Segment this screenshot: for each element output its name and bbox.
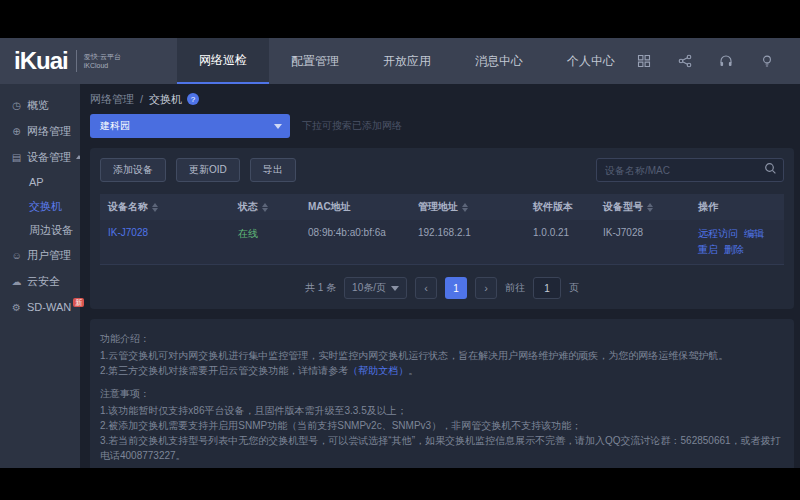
note-line-1: 1.该功能暂时仅支持x86平台设备，且固件版本需升级至3.3.5及以上； <box>100 403 784 418</box>
header-status[interactable]: 状态 <box>230 194 300 220</box>
share-nodes-icon[interactable] <box>678 54 692 68</box>
cell-actions: 远程访问 编辑 重启 删除 <box>690 220 784 264</box>
network-select-value: 建科园 <box>100 119 274 133</box>
goto-label: 前往 <box>505 281 525 295</box>
logo-divider <box>76 50 77 72</box>
delete-link[interactable]: 删除 <box>724 243 744 257</box>
header-device-model[interactable]: 设备型号 <box>595 194 690 220</box>
nav-tab-config-management[interactable]: 配置管理 <box>269 38 361 84</box>
notes-title: 注意事项： <box>100 386 784 401</box>
cell-device-model: IK-J7028 <box>595 220 690 264</box>
sidebar-item-cloud-security[interactable]: ☁ 云安全 <box>0 268 80 294</box>
feature-intro-title: 功能介绍： <box>100 331 784 346</box>
overview-clock-icon: ◷ <box>10 100 23 111</box>
header-mac: MAC地址 <box>300 194 410 220</box>
remote-access-link[interactable]: 远程访问 <box>698 227 738 241</box>
goto-page-input[interactable] <box>533 277 561 299</box>
cloud-security-icon: ☁ <box>10 276 23 287</box>
breadcrumb: 网络管理 / 交换机 ? <box>90 90 794 108</box>
help-doc-link[interactable]: （帮助文档） <box>348 365 408 376</box>
cell-mac: 08:9b:4b:a0:bf:6a <box>300 220 410 264</box>
edit-link[interactable]: 编辑 <box>744 227 764 241</box>
sort-icon[interactable] <box>462 203 468 212</box>
header-software-version: 软件版本 <box>525 194 595 220</box>
breadcrumb-parent[interactable]: 网络管理 <box>90 92 134 107</box>
breadcrumb-separator: / <box>140 93 143 105</box>
top-navbar: iKuai 爱快·云平台 iKCloud 网络巡检 配置管理 开放应用 消息中心… <box>0 38 800 84</box>
sidebar-item-sdwan[interactable]: ⚙ SD-WAN 新 <box>0 294 80 320</box>
sidebar-subitem-peripheral[interactable]: 周边设备 <box>0 218 80 242</box>
navbar-icon-group <box>637 38 800 84</box>
logo-subtitle: 爱快·云平台 iKCloud <box>84 52 121 70</box>
sidebar-item-label: 网络管理 <box>27 124 71 139</box>
logo-text: iKuai <box>14 47 68 75</box>
page-1-button[interactable]: 1 <box>445 277 467 299</box>
add-device-button[interactable]: 添加设备 <box>100 158 166 182</box>
chevron-down-icon <box>391 286 399 291</box>
user-icon: ☺ <box>10 250 23 261</box>
sidebar-subitem-switch[interactable]: 交换机 <box>0 194 80 218</box>
sidebar-item-label: 设备管理 <box>27 150 71 165</box>
headset-icon[interactable] <box>719 54 733 68</box>
header-device-name[interactable]: 设备名称 <box>100 194 230 220</box>
feature-line-1: 1.云管交换机可对内网交换机进行集中监控管理，实时监控内网交换机运行状态，旨在解… <box>100 348 784 363</box>
prev-page-button[interactable]: ‹ <box>415 277 437 299</box>
logo-subtitle-cn: 爱快·云平台 <box>84 52 121 61</box>
apps-grid-icon[interactable] <box>637 54 651 68</box>
page-unit-label: 页 <box>569 281 579 295</box>
cell-device-name: IK-J7028 <box>100 220 230 264</box>
sort-icon[interactable] <box>647 203 653 212</box>
reboot-link[interactable]: 重启 <box>698 243 718 257</box>
update-oid-button[interactable]: 更新OID <box>176 158 240 182</box>
sidebar: ◷ 概览 ⊕ 网络管理 ▤ 设备管理 AP 交换机 周边设备 ☺ 用户管理 ☁ … <box>0 84 80 468</box>
sidebar-item-label: 用户管理 <box>27 248 71 263</box>
cell-software-version: 1.0.0.21 <box>525 220 595 264</box>
sidebar-item-label: 云安全 <box>27 274 60 289</box>
network-select[interactable]: 建科园 <box>90 114 290 138</box>
next-page-button[interactable]: › <box>475 277 497 299</box>
cell-status: 在线 <box>230 220 300 264</box>
brand-logo[interactable]: iKuai 爱快·云平台 iKCloud <box>14 38 121 84</box>
table-header-row: 设备名称 状态 MAC地址 管理地址 软件版本 设备型号 操作 <box>100 194 784 220</box>
feature-line-2: 2.第三方交换机对接需要开启云管交换功能，详情请参考（帮助文档）。 <box>100 363 784 378</box>
table-toolbar: 添加设备 更新OID 导出 <box>100 158 784 182</box>
search-icon[interactable] <box>764 161 777 179</box>
device-name-link[interactable]: IK-J7028 <box>108 227 148 238</box>
letterbox-top <box>0 0 800 38</box>
note-line-3: 3.若当前交换机支持型号列表中无您的交换机型号，可以尝试选择“其他”，如果交换机… <box>100 433 784 463</box>
sidebar-item-overview[interactable]: ◷ 概览 <box>0 92 80 118</box>
sidebar-subitem-ap[interactable]: AP <box>0 170 80 194</box>
nav-tab-open-apps[interactable]: 开放应用 <box>361 38 453 84</box>
letterbox-bottom <box>0 468 800 500</box>
sidebar-item-label: 概览 <box>27 98 49 113</box>
main-content: 网络管理 / 交换机 ? 建科园 下拉可搜索已添加网络 添加设备 更新OID 导… <box>80 84 800 468</box>
sidebar-item-device-management[interactable]: ▤ 设备管理 <box>0 144 80 170</box>
total-count: 共 1 条 <box>305 281 336 295</box>
cell-mgmt-address: 192.168.2.1 <box>410 220 525 264</box>
page-size-select[interactable]: 10条/页 <box>344 277 407 299</box>
sdwan-gear-icon: ⚙ <box>10 302 23 313</box>
export-button[interactable]: 导出 <box>250 158 296 182</box>
header-mgmt-address[interactable]: 管理地址 <box>410 194 525 220</box>
lightbulb-icon[interactable] <box>760 54 774 68</box>
table-row: IK-J7028 在线 08:9b:4b:a0:bf:6a 192.168.2.… <box>100 220 784 265</box>
new-badge: 新 <box>73 298 84 307</box>
pagination: 共 1 条 10条/页 ‹ 1 › 前往 页 <box>100 277 784 299</box>
header-actions: 操作 <box>690 194 784 220</box>
device-search-input[interactable] <box>605 165 764 176</box>
network-globe-icon: ⊕ <box>10 126 23 137</box>
help-icon[interactable]: ? <box>187 93 199 105</box>
nav-tab-message-center[interactable]: 消息中心 <box>453 38 545 84</box>
sidebar-item-user-management[interactable]: ☺ 用户管理 <box>0 242 80 268</box>
main-nav: 网络巡检 配置管理 开放应用 消息中心 个人中心 <box>177 38 637 84</box>
app-body: ◷ 概览 ⊕ 网络管理 ▤ 设备管理 AP 交换机 周边设备 ☺ 用户管理 ☁ … <box>0 84 800 468</box>
nav-tab-network-inspection[interactable]: 网络巡检 <box>177 38 269 84</box>
device-search-box <box>596 158 784 182</box>
breadcrumb-current: 交换机 <box>149 92 182 107</box>
page-size-value: 10条/页 <box>352 281 386 295</box>
sort-icon[interactable] <box>262 203 268 212</box>
sidebar-item-network-management[interactable]: ⊕ 网络管理 <box>0 118 80 144</box>
network-select-row: 建科园 下拉可搜索已添加网络 <box>90 114 794 138</box>
sort-icon[interactable] <box>152 203 158 212</box>
nav-tab-personal-center[interactable]: 个人中心 <box>545 38 637 84</box>
